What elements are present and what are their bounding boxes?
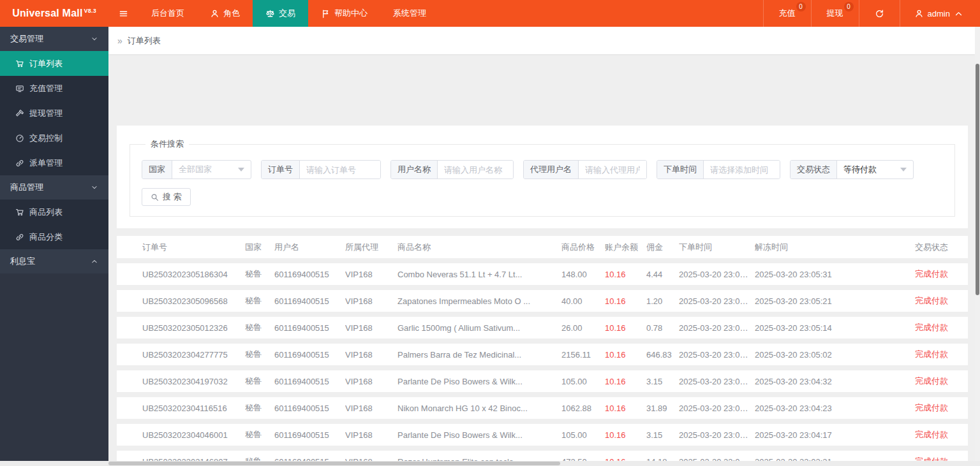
cell: 601169400515	[274, 323, 345, 333]
select-value: 全部国家	[179, 164, 212, 175]
app-window: Universal Mall V8.3 后台首页角色交易帮助中心系统管理 充值0…	[0, 0, 980, 466]
scrollbar-corner	[975, 461, 980, 466]
field-select[interactable]: 等待付款	[837, 161, 913, 178]
table-row[interactable]: UB2503202303146807秘鲁601169400515VIP168Ra…	[117, 451, 968, 461]
brand-logo[interactable]: Universal Mall V8.3	[0, 0, 108, 27]
table-row[interactable]: UB2503202304046001秘鲁601169400515VIP168Pa…	[117, 424, 968, 446]
cell: 601169400515	[274, 296, 345, 306]
sidebar-item-提现管理[interactable]: 提现管理	[0, 101, 108, 126]
cell: VIP168	[345, 404, 397, 413]
sidebar-group-利息宝[interactable]: 利息宝	[0, 249, 108, 273]
cell: Garlic 1500mg ( Allium Sativum...	[397, 323, 561, 333]
cell-status: 完成付款	[915, 456, 968, 461]
cell: VIP168	[345, 323, 397, 333]
chevron-down-icon	[91, 184, 98, 191]
search-button[interactable]: 搜 索	[142, 188, 191, 206]
cell: 646.83	[646, 350, 679, 360]
column-header: 佣金	[646, 242, 679, 253]
sidebar-toggle-button[interactable]	[108, 0, 138, 27]
sidebar-group-商品管理[interactable]: 商品管理	[0, 175, 108, 200]
topnav-label: 帮助中心	[334, 8, 368, 19]
field-input[interactable]	[579, 161, 646, 178]
cell: 0.78	[646, 323, 679, 333]
sidebar-item-商品列表[interactable]: 商品列表	[0, 200, 108, 224]
sidebar-item-label: 充值管理	[29, 83, 63, 94]
user-name: admin	[928, 9, 950, 18]
topbar-action-recharge[interactable]: 充值0	[763, 0, 811, 27]
vertical-scrollbar-thumb[interactable]	[976, 64, 979, 295]
cell: 2025-03-20 23:05:18	[679, 270, 755, 279]
cell-order-no: UB2503202305096568	[142, 296, 245, 306]
search-fields: 国家全部国家订单号用户名称代理用户名下单时间交易状态等待付款	[142, 160, 943, 179]
table-row[interactable]: UB2503202305096568秘鲁601169400515VIP168Za…	[117, 290, 968, 312]
cell-order-no: UB2503202304046001	[142, 430, 245, 440]
sidebar-item-订单列表[interactable]: 订单列表	[0, 51, 108, 76]
cell-status: 完成付款	[915, 268, 968, 280]
topnav-dashboard[interactable]: 后台首页	[138, 0, 197, 27]
cell-status: 完成付款	[915, 429, 968, 441]
table-row[interactable]: UB2503202304116516秘鲁601169400515VIP168Ni…	[117, 397, 968, 419]
table-row[interactable]: UB2503202304197032秘鲁601169400515VIP168Pa…	[117, 370, 968, 392]
table-body: UB2503202305186304秘鲁601169400515VIP168Co…	[117, 263, 968, 461]
cell: 4.44	[646, 270, 679, 279]
search-field-订单号: 订单号	[261, 160, 381, 179]
chevron-down-icon	[238, 168, 244, 171]
cell: 秘鲁	[245, 429, 274, 441]
cell-balance: 10.16	[605, 404, 646, 413]
cell-balance: 10.16	[605, 296, 646, 306]
cell: Combo Neveras 51.1 Lt + 4.7 Lt...	[397, 270, 561, 279]
field-input[interactable]	[438, 161, 513, 178]
field-select[interactable]: 全部国家	[172, 161, 251, 178]
topnav-help-center[interactable]: 帮助中心	[308, 0, 380, 27]
vertical-scrollbar[interactable]	[975, 27, 980, 461]
horizontal-scrollbar[interactable]	[0, 461, 975, 466]
cell: 2025-03-20 23:04:32	[755, 377, 915, 386]
topnav-trade[interactable]: 交易	[253, 0, 308, 27]
horizontal-scrollbar-thumb[interactable]	[108, 462, 560, 465]
orders-table: 订单号国家用户名所属代理商品名称商品价格账户余额佣金下单时间解冻时间交易状态 U…	[117, 236, 968, 461]
brand-version: V8.3	[84, 8, 96, 14]
sidebar-item-商品分类[interactable]: 商品分类	[0, 224, 108, 249]
cell: 秘鲁	[245, 268, 274, 280]
search-button-label: 搜 索	[163, 191, 182, 203]
search-field-国家: 国家全部国家	[142, 160, 251, 179]
search-icon	[151, 193, 159, 201]
topbar-action-withdraw[interactable]: 提现0	[811, 0, 859, 27]
field-input[interactable]	[300, 161, 380, 178]
sidebar-item-充值管理[interactable]: 充值管理	[0, 76, 108, 101]
table-header-row: 订单号国家用户名所属代理商品名称商品价格账户余额佣金下单时间解冻时间交易状态	[117, 236, 968, 258]
field-input[interactable]	[704, 161, 780, 178]
field-label: 国家	[142, 161, 172, 178]
action-label: 提现	[827, 8, 843, 19]
field-label: 订单号	[262, 161, 300, 178]
table-row[interactable]: UB2503202305012326秘鲁601169400515VIP168Ga…	[117, 317, 968, 339]
cell: VIP168	[345, 430, 397, 440]
column-header: 交易状态	[915, 242, 968, 253]
cell-balance: 10.16	[605, 377, 646, 386]
table-row[interactable]: UB2503202305186304秘鲁601169400515VIP168Co…	[117, 263, 968, 285]
table-row[interactable]: UB2503202304277775秘鲁601169400515VIP168Pa…	[117, 344, 968, 365]
cell-order-no: UB2503202304277775	[142, 350, 245, 360]
topnav-system[interactable]: 系统管理	[380, 0, 439, 27]
cell-order-no: UB2503202304116516	[142, 404, 245, 413]
cell: 1062.88	[561, 404, 605, 413]
topnav-roles[interactable]: 角色	[197, 0, 253, 27]
sidebar-item-label: 商品列表	[29, 207, 63, 218]
cell: 秘鲁	[245, 375, 274, 387]
column-header: 账户余额	[605, 242, 646, 253]
user-menu[interactable]: admin	[900, 0, 980, 27]
chevron-down-icon	[91, 35, 98, 43]
cell: 31.89	[646, 404, 679, 413]
sidebar-group-交易管理[interactable]: 交易管理	[0, 27, 108, 51]
cell: 秘鲁	[245, 295, 274, 307]
sidebar-item-派单管理[interactable]: 派单管理	[0, 150, 108, 175]
sidebar-item-label: 订单列表	[29, 58, 63, 69]
column-header: 解冻时间	[755, 242, 915, 253]
card-icon	[15, 84, 24, 93]
cell-order-no: UB2503202304197032	[142, 377, 245, 386]
cell: VIP168	[345, 296, 397, 306]
badge-count: 0	[796, 2, 806, 11]
refresh-button[interactable]	[859, 0, 900, 27]
sidebar-item-交易控制[interactable]: 交易控制	[0, 126, 108, 150]
cell-status: 完成付款	[915, 322, 968, 333]
